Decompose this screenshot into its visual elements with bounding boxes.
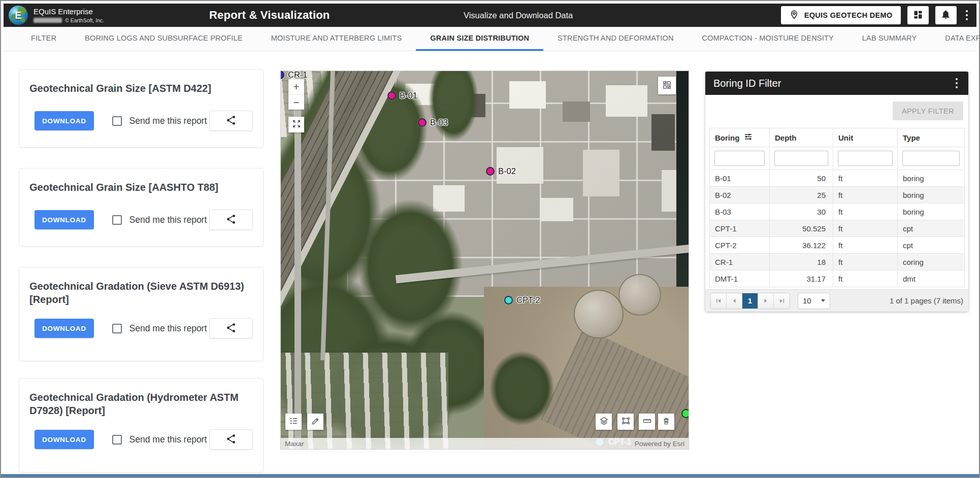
tab-lab-summary[interactable]: LAB SUMMARY — [848, 27, 931, 51]
filter-input-unit[interactable] — [838, 151, 893, 166]
report-card: Geotechnical Gradation (Hydrometer ASTM … — [19, 378, 264, 472]
ruler-icon — [642, 416, 652, 427]
column-header-unit[interactable]: Unit — [833, 128, 898, 147]
app-bar: E EQuIS Enterprise © EarthSoft, Inc. Rep… — [4, 4, 976, 27]
marker-dot — [280, 71, 284, 79]
location-pin-icon — [789, 10, 799, 21]
send-report-label: Send me this report — [129, 116, 207, 126]
marker-label: CR-1 — [288, 71, 308, 80]
send-report-checkbox[interactable] — [112, 116, 122, 126]
marker-label: B-03 — [430, 118, 448, 127]
map-terrain — [281, 71, 689, 449]
tab-grain-size-distribution[interactable]: GRAIN SIZE DISTRIBUTION — [416, 27, 543, 51]
share-button[interactable] — [209, 210, 253, 230]
share-icon — [225, 115, 237, 127]
notifications-button[interactable] — [935, 6, 957, 24]
layers-button[interactable] — [596, 414, 612, 430]
marker-label: B-01 — [400, 91, 417, 100]
tab-data-export[interactable]: DATA EXPORT — [931, 27, 980, 51]
report-card-list: Geotechnical Grain Size [ASTM D422] DOWN… — [19, 69, 264, 472]
redacted-version — [34, 18, 62, 23]
app-overflow-menu[interactable] — [963, 8, 971, 23]
first-page-icon — [715, 297, 722, 304]
zoom-in-button[interactable]: + — [288, 79, 304, 94]
column-label: Depth — [775, 133, 797, 142]
delete-graphics-button[interactable] — [658, 414, 674, 430]
map-zoom-controls: + − — [288, 79, 304, 110]
report-title: Geotechnical Gradation (Hydrometer ASTM … — [29, 391, 253, 417]
filter-input-type[interactable] — [902, 151, 960, 166]
panel-header: Boring ID Filter — [705, 72, 968, 95]
tab-boring-logs[interactable]: BORING LOGS AND SUBSURFACE PROFILE — [71, 27, 257, 51]
map-marker-b01[interactable]: B-01 — [387, 91, 417, 100]
table-row[interactable]: CPT-150.525 ftcpt — [710, 220, 965, 237]
next-page-icon — [762, 297, 769, 304]
download-button[interactable]: DOWNLOAD — [35, 319, 94, 338]
table-row[interactable]: B-0330 ftboring — [710, 203, 965, 220]
last-page-button[interactable] — [774, 293, 790, 309]
measure-distance-button[interactable] — [639, 414, 655, 430]
draw-button[interactable] — [307, 414, 323, 430]
table-row[interactable]: B-0150 ftboring — [710, 170, 965, 187]
layers-icon — [599, 416, 609, 427]
download-button[interactable]: DOWNLOAD — [35, 430, 94, 449]
tab-strength-deformation[interactable]: STRENGTH AND DEFORMATION — [543, 27, 688, 51]
page-title: Report & Visualization — [209, 9, 330, 22]
table-row[interactable]: CR-118 ftcoring — [710, 254, 965, 270]
basemap-gallery-button[interactable] — [658, 77, 676, 94]
marker-label: B-02 — [498, 166, 516, 176]
share-button[interactable] — [209, 111, 253, 131]
map-marker-b03[interactable]: B-03 — [418, 118, 448, 127]
report-card: Geotechnical Grain Size [AASHTO T88] DOW… — [19, 168, 264, 247]
legend-list-icon — [289, 416, 299, 427]
tab-moisture-atterberg[interactable]: MOISTURE AND ATTERBERG LIMITS — [257, 27, 416, 51]
share-button[interactable] — [209, 318, 253, 338]
tab-filter[interactable]: FILTER — [17, 27, 71, 51]
equis-logo-icon: E — [9, 6, 28, 25]
page-size-dropdown[interactable]: 10 — [798, 293, 830, 309]
map-marker-edge[interactable] — [681, 409, 689, 418]
apply-filter-button[interactable]: APPLY FILTER — [893, 101, 963, 120]
trash-icon — [662, 417, 671, 427]
column-header-depth[interactable]: Depth — [770, 128, 833, 147]
download-button[interactable]: DOWNLOAD — [35, 111, 94, 130]
column-header-type[interactable]: Type — [898, 128, 965, 147]
filter-input-boring[interactable] — [714, 151, 765, 166]
report-card: Geotechnical Grain Size [ASTM D422] DOWN… — [19, 69, 264, 148]
page-number-button[interactable]: 1 — [742, 293, 758, 309]
next-page-button[interactable] — [758, 293, 774, 309]
dashboard-button[interactable] — [907, 6, 929, 24]
map-marker-cpt2[interactable]: CPT-2 — [504, 295, 540, 305]
report-card: Geotechnical Gradation (Sieve ASTM D6913… — [19, 267, 264, 361]
column-header-boring[interactable]: Boring — [710, 128, 770, 147]
measure-area-button[interactable] — [617, 414, 634, 430]
column-label: Type — [903, 133, 920, 142]
legend-button[interactable] — [285, 414, 302, 430]
previous-page-button[interactable] — [727, 293, 742, 309]
panel-overflow-menu[interactable] — [953, 76, 961, 91]
window-bottom-edge — [1, 474, 979, 477]
first-page-button[interactable] — [711, 293, 727, 309]
map-marker-b02[interactable]: B-02 — [486, 166, 516, 176]
download-button[interactable]: DOWNLOAD — [35, 210, 94, 229]
filter-settings-icon[interactable] — [744, 132, 753, 143]
pencil-icon — [311, 416, 320, 427]
facility-chooser-button[interactable]: EQUIS GEOTECH DEMO — [781, 6, 901, 24]
zoom-out-button[interactable]: − — [288, 94, 304, 110]
send-report-checkbox[interactable] — [112, 324, 122, 333]
table-row[interactable]: DMT-131.17 ftdmt — [710, 270, 965, 287]
table-row[interactable]: CPT-236.122 ftcpt — [710, 237, 965, 254]
tab-compaction[interactable]: COMPACTION - MOISTURE DENSITY — [688, 27, 848, 51]
share-button[interactable] — [209, 429, 253, 450]
map-viewport[interactable]: CR-1 B-01 B-03 B-02 CPT-2 CPT-1 + − — [280, 71, 689, 450]
fullscreen-button[interactable] — [288, 117, 304, 132]
filter-input-depth[interactable] — [774, 151, 828, 166]
marker-label: CPT-2 — [516, 295, 540, 305]
send-report-checkbox[interactable] — [112, 215, 122, 225]
map-marker-cr1[interactable]: CR-1 — [280, 71, 308, 80]
marker-dot — [418, 118, 427, 127]
table-row[interactable]: B-0225 ftboring — [710, 187, 965, 203]
marker-dot — [387, 91, 396, 100]
report-title: Geotechnical Grain Size [AASHTO T88] — [29, 181, 253, 194]
send-report-checkbox[interactable] — [112, 435, 122, 445]
